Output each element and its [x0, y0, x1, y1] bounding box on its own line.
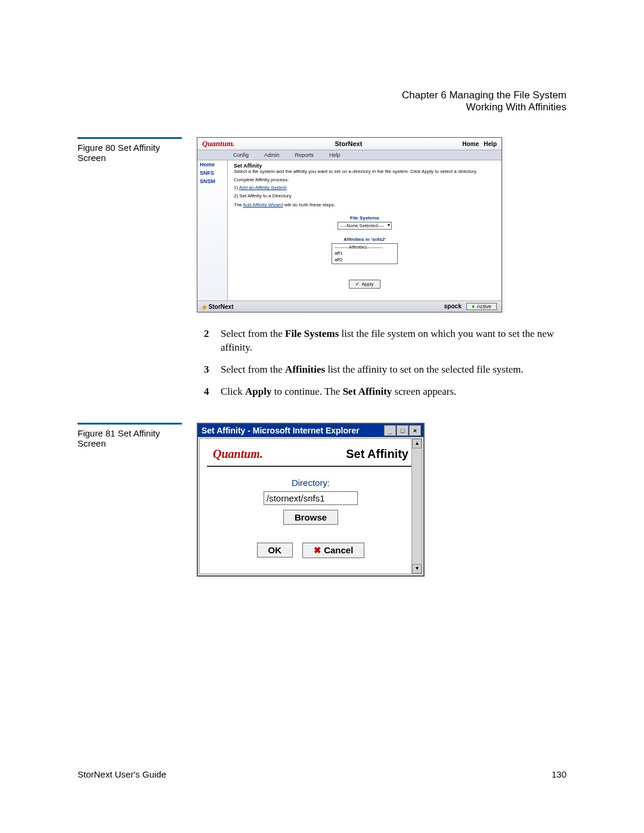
menu-bar: Config Admin Reports Help [197, 150, 501, 160]
content-title: Set Affinity [234, 163, 496, 169]
chapter-title: Chapter 6 Managing the File System [78, 89, 566, 101]
close-icon[interactable]: × [409, 425, 421, 436]
list-item[interactable]: aff2 [335, 257, 383, 263]
sidebar: Home SNFS SNSM [197, 160, 228, 301]
help-link[interactable]: Help [484, 141, 497, 147]
affinities-list[interactable]: ---------Affinities---------- aff1 aff2 [332, 243, 398, 264]
divider [207, 466, 414, 467]
quantum-logo: Quantum. [213, 447, 263, 461]
affinities-label: Affinities in 'snfs2' [234, 237, 496, 242]
menu-config[interactable]: Config [233, 152, 249, 158]
scroll-up-icon[interactable]: ▴ [412, 439, 422, 448]
menu-reports[interactable]: Reports [295, 152, 314, 158]
content-desc: Select a file system and the affinity yo… [234, 169, 496, 175]
process-step2: 2) Set Affinity to a Directory [234, 193, 496, 199]
home-link[interactable]: Home [462, 141, 479, 147]
scrollbar[interactable]: ▴ ▾ [411, 439, 422, 574]
process-label: Complete Affinity process: [234, 177, 496, 183]
dialog-heading: Set Affinity [346, 447, 408, 461]
sidebar-snfs[interactable]: SNFS [200, 170, 225, 176]
figure-80-label: Figure 80 Set Affinity Screen [78, 143, 182, 163]
maximize-icon[interactable]: □ [397, 425, 408, 436]
sidebar-snsm[interactable]: SNSM [200, 178, 225, 184]
sidebar-home[interactable]: Home [200, 162, 225, 168]
step-number: 2 [204, 327, 213, 355]
file-systems-select[interactable]: ----None Selected---- [338, 222, 392, 230]
list-item[interactable]: ---------Affinities---------- [335, 244, 383, 250]
browse-button[interactable]: Browse [283, 510, 338, 525]
scroll-down-icon[interactable]: ▾ [412, 564, 422, 574]
menu-admin[interactable]: Admin [264, 152, 280, 158]
wizard-link[interactable]: Add Affinity Wizard [243, 202, 283, 208]
instruction-list: 2 Select from the File Systems list the … [204, 327, 566, 399]
ok-button[interactable]: OK [257, 543, 293, 558]
directory-label: Directory: [200, 478, 422, 488]
apply-button[interactable]: Apply [349, 280, 380, 289]
process-step1-prefix: 1) [234, 185, 239, 190]
section-title: Working With Affinities [78, 101, 566, 113]
stornext-main-window: Quantum. StorNext Home Help Config Admin… [197, 137, 502, 312]
figure-divider [78, 423, 182, 425]
step-number: 3 [204, 363, 213, 377]
cancel-button[interactable]: Cancel [302, 543, 364, 558]
status-badge[interactable]: Active [466, 303, 497, 310]
footer-host: spock [444, 303, 462, 309]
list-item[interactable]: aff1 [335, 250, 383, 256]
dialog-title: Set Affinity - Microsoft Internet Explor… [202, 426, 360, 435]
page-footer: StorNext User's Guide 130 [78, 769, 566, 779]
page-header: Chapter 6 Managing the File System Worki… [78, 89, 566, 113]
quantum-logo: Quantum. [202, 139, 235, 148]
guide-title: StorNext User's Guide [78, 769, 166, 779]
file-systems-label: File Systems [234, 215, 496, 221]
page-number: 130 [552, 769, 566, 779]
directory-input[interactable]: /stornext/snfs1 [264, 491, 358, 505]
figure-divider [78, 137, 182, 139]
menu-help[interactable]: Help [329, 152, 340, 158]
add-affinity-link[interactable]: Add an Affinity System [239, 185, 287, 190]
step-number: 4 [204, 385, 213, 399]
footer-brand: StorNext [202, 304, 233, 310]
app-title: StorNext [335, 140, 362, 147]
set-affinity-dialog: Set Affinity - Microsoft Internet Explor… [197, 423, 425, 577]
minimize-icon[interactable]: _ [384, 425, 396, 436]
figure-81-label: Figure 81 Set Affinity Screen [78, 428, 182, 448]
